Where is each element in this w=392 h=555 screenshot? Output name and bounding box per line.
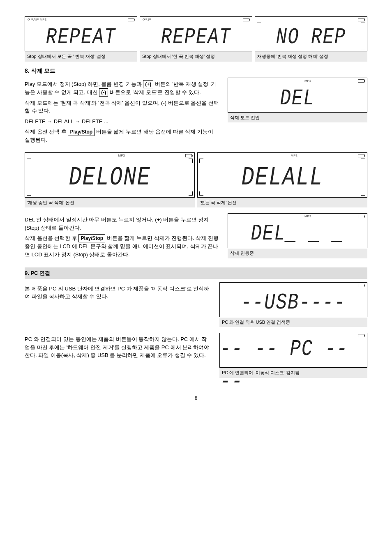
- lcd-text: -- -- PC -- --: [220, 333, 367, 398]
- minus-button-label: (-): [99, 88, 108, 97]
- lcd-text: REPEAT: [25, 20, 137, 54]
- lcd-usb: --USB----: [219, 282, 367, 317]
- lcd-no-rep: NO REP: [255, 16, 367, 51]
- lcd-text: REPEAT: [140, 20, 252, 54]
- lcd-text: NO REP: [255, 20, 367, 54]
- lcd-repeat-all: ⟳ ≡All≡ MP3 REPEAT: [25, 16, 137, 51]
- sec8-para4: 삭제 옴션을 선택한 후 Play/Stop 버튼을 짧게 누르면 삭제가 진행…: [25, 234, 219, 258]
- lcd-pc: -- -- PC -- --: [219, 333, 367, 368]
- lcd-text: --USB----: [220, 286, 367, 320]
- lcd-text: DEL_ _ _: [228, 216, 367, 251]
- sec9-para1: 본 제품을 PC 의 USB 단자에 연결하면 PC 가 제품을 '이동식 디스…: [25, 285, 211, 301]
- section-8-title: 8. 삭제 모드: [25, 67, 367, 75]
- sec8-para1: Play 모드에서 정지 (Stop) 하면, 볼륨 변경 기능과 (+) 버튼…: [25, 80, 219, 97]
- section-9-title: 9. PC 연결: [25, 267, 367, 279]
- lcd-repeat-one: ⟳≡1≡ REPEAT: [140, 16, 252, 51]
- lcd-del-progress: MP3 DEL_ _ _: [228, 213, 367, 248]
- playstop-button-label: Play/Stop: [78, 234, 105, 242]
- lcd-text: DEL: [228, 81, 367, 115]
- sec8-para3: DEL 인 상태에서 일정시간 아무 버튼도 누르지 않거나, (+) 버튼을 …: [25, 216, 219, 232]
- lcd-text: DELONE: [25, 154, 194, 201]
- playstop-button-label: Play/Stop: [68, 128, 95, 136]
- lcd-text: DELALL: [198, 154, 367, 201]
- sec8-options: 삭제 모드에는 '현재 곡 삭제'와 '전곡 삭제' 옵션이 있으며, (-) …: [25, 99, 219, 115]
- plus-button-label: (+): [143, 80, 153, 88]
- repeat-screens-row: ⟳ ≡All≡ MP3 REPEAT Stop 상태에서 모든 곡 ' 반복 재…: [25, 16, 367, 62]
- delete-options-row: MP3 DELONE '재생 중인 곡 삭제' 옵션 MP3 DELALL '모…: [25, 152, 367, 208]
- sec8-cycle: DELETE → DELALL → DELETE ...: [25, 117, 219, 126]
- lcd-del-one: MP3 DELONE: [25, 152, 195, 198]
- lcd-del: MP3 DEL: [228, 78, 367, 113]
- sec8-para2: 삭제 옵션 선택 후 Play/Stop 버튼을 짧게 누르면 해당 옵션에 따…: [25, 128, 219, 144]
- lcd-del-all: MP3 DELALL: [197, 152, 367, 198]
- sec9-para2: PC 와 연결되어 있는 동안에는 제품의 버튼들이 동작하지 않는다. PC …: [25, 335, 211, 359]
